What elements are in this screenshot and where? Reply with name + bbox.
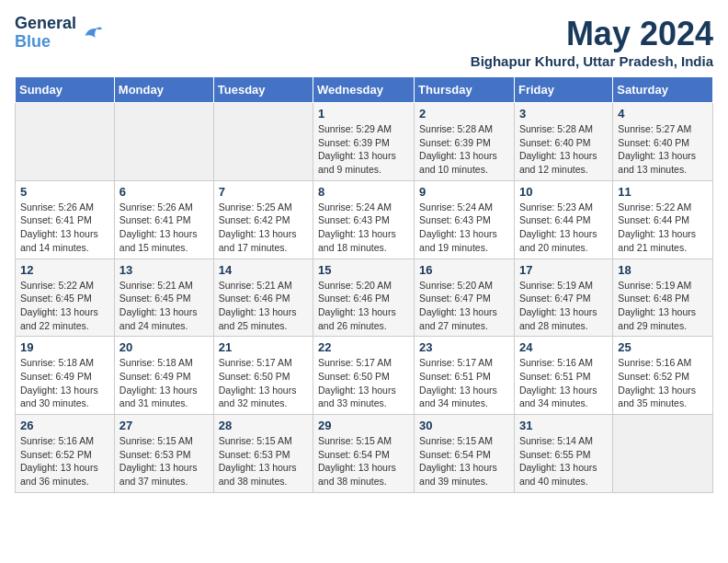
day-number: 29 (318, 419, 409, 432)
table-row: 18Sunrise: 5:19 AMSunset: 6:48 PMDayligh… (613, 259, 713, 337)
day-number: 31 (519, 419, 608, 432)
header-tuesday: Tuesday (213, 77, 313, 103)
day-number: 20 (119, 340, 209, 354)
table-row: 17Sunrise: 5:19 AMSunset: 6:47 PMDayligh… (514, 259, 612, 337)
table-row: 31Sunrise: 5:14 AMSunset: 6:55 PMDayligh… (514, 415, 612, 493)
day-info: Sunrise: 5:17 AMSunset: 6:50 PMDaylight:… (219, 357, 297, 408)
table-row: 27Sunrise: 5:15 AMSunset: 6:53 PMDayligh… (114, 415, 213, 493)
header-wednesday: Wednesday (313, 77, 415, 103)
day-number: 5 (20, 185, 109, 199)
day-info: Sunrise: 5:22 AMSunset: 6:45 PMDaylight:… (20, 280, 98, 331)
day-number: 6 (119, 185, 209, 199)
calendar-week-row: 26Sunrise: 5:16 AMSunset: 6:52 PMDayligh… (16, 415, 713, 493)
day-info: Sunrise: 5:19 AMSunset: 6:48 PMDaylight:… (618, 280, 696, 331)
day-number: 12 (20, 263, 109, 277)
month-year-title: May 2024 (471, 15, 713, 53)
header-friday: Friday (514, 77, 612, 103)
day-info: Sunrise: 5:29 AMSunset: 6:39 PMDaylight:… (318, 123, 396, 175)
day-info: Sunrise: 5:19 AMSunset: 6:47 PMDaylight:… (519, 280, 597, 331)
day-info: Sunrise: 5:28 AMSunset: 6:39 PMDaylight:… (419, 123, 497, 175)
table-row: 21Sunrise: 5:17 AMSunset: 6:50 PMDayligh… (213, 337, 313, 415)
title-section: May 2024 Bighapur Khurd, Uttar Pradesh, … (471, 15, 713, 69)
table-row: 10Sunrise: 5:23 AMSunset: 6:44 PMDayligh… (514, 180, 612, 259)
day-info: Sunrise: 5:16 AMSunset: 6:52 PMDaylight:… (618, 357, 696, 408)
day-info: Sunrise: 5:20 AMSunset: 6:47 PMDaylight:… (419, 280, 497, 331)
day-number: 4 (618, 107, 708, 121)
table-row: 28Sunrise: 5:15 AMSunset: 6:53 PMDayligh… (213, 415, 313, 493)
logo-general-text: General (15, 15, 76, 33)
calendar-table: Sunday Monday Tuesday Wednesday Thursday… (15, 76, 713, 493)
day-number: 18 (618, 263, 708, 277)
day-number: 15 (318, 263, 409, 277)
table-row: 16Sunrise: 5:20 AMSunset: 6:47 PMDayligh… (415, 259, 515, 337)
table-row: 20Sunrise: 5:18 AMSunset: 6:49 PMDayligh… (114, 337, 213, 415)
table-row: 7Sunrise: 5:25 AMSunset: 6:42 PMDaylight… (213, 180, 313, 259)
day-info: Sunrise: 5:27 AMSunset: 6:40 PMDaylight:… (618, 123, 696, 175)
table-row (16, 103, 115, 181)
weekday-header-row: Sunday Monday Tuesday Wednesday Thursday… (16, 77, 713, 103)
table-row (613, 415, 713, 493)
day-info: Sunrise: 5:28 AMSunset: 6:40 PMDaylight:… (519, 123, 597, 175)
day-number: 7 (219, 185, 308, 199)
calendar-week-row: 12Sunrise: 5:22 AMSunset: 6:45 PMDayligh… (16, 259, 713, 337)
day-number: 22 (318, 340, 409, 354)
logo: General Blue (15, 15, 104, 52)
table-row: 25Sunrise: 5:16 AMSunset: 6:52 PMDayligh… (613, 337, 713, 415)
day-info: Sunrise: 5:26 AMSunset: 6:41 PMDaylight:… (119, 201, 198, 253)
day-info: Sunrise: 5:16 AMSunset: 6:51 PMDaylight:… (519, 357, 597, 408)
day-number: 10 (519, 185, 608, 199)
day-info: Sunrise: 5:18 AMSunset: 6:49 PMDaylight:… (20, 357, 98, 408)
table-row (114, 103, 213, 181)
day-info: Sunrise: 5:15 AMSunset: 6:54 PMDaylight:… (318, 435, 396, 487)
day-info: Sunrise: 5:16 AMSunset: 6:52 PMDaylight:… (20, 435, 98, 487)
day-number: 27 (119, 419, 209, 432)
day-info: Sunrise: 5:15 AMSunset: 6:53 PMDaylight:… (219, 435, 297, 487)
table-row: 19Sunrise: 5:18 AMSunset: 6:49 PMDayligh… (16, 337, 115, 415)
table-row: 12Sunrise: 5:22 AMSunset: 6:45 PMDayligh… (16, 259, 115, 337)
day-number: 28 (219, 419, 308, 432)
day-number: 23 (419, 340, 509, 354)
table-row: 5Sunrise: 5:26 AMSunset: 6:41 PMDaylight… (16, 180, 115, 259)
calendar-week-row: 1Sunrise: 5:29 AMSunset: 6:39 PMDaylight… (16, 103, 713, 181)
table-row: 22Sunrise: 5:17 AMSunset: 6:50 PMDayligh… (313, 337, 415, 415)
table-row: 15Sunrise: 5:20 AMSunset: 6:46 PMDayligh… (313, 259, 415, 337)
day-number: 2 (419, 107, 509, 121)
table-row: 4Sunrise: 5:27 AMSunset: 6:40 PMDaylight… (613, 103, 713, 181)
table-row: 9Sunrise: 5:24 AMSunset: 6:43 PMDaylight… (415, 180, 515, 259)
day-number: 21 (219, 340, 308, 354)
day-info: Sunrise: 5:23 AMSunset: 6:44 PMDaylight:… (519, 201, 597, 253)
logo-bird-icon (78, 20, 104, 46)
day-info: Sunrise: 5:17 AMSunset: 6:50 PMDaylight:… (318, 357, 396, 408)
day-number: 16 (419, 263, 509, 277)
day-info: Sunrise: 5:26 AMSunset: 6:41 PMDaylight:… (20, 201, 98, 253)
day-info: Sunrise: 5:14 AMSunset: 6:55 PMDaylight:… (519, 435, 597, 487)
day-number: 26 (20, 419, 109, 432)
day-info: Sunrise: 5:25 AMSunset: 6:42 PMDaylight:… (219, 201, 297, 253)
table-row: 8Sunrise: 5:24 AMSunset: 6:43 PMDaylight… (313, 180, 415, 259)
header-thursday: Thursday (415, 77, 515, 103)
table-row: 23Sunrise: 5:17 AMSunset: 6:51 PMDayligh… (415, 337, 515, 415)
day-info: Sunrise: 5:22 AMSunset: 6:44 PMDaylight:… (618, 201, 696, 253)
table-row: 6Sunrise: 5:26 AMSunset: 6:41 PMDaylight… (114, 180, 213, 259)
table-row: 3Sunrise: 5:28 AMSunset: 6:40 PMDaylight… (514, 103, 612, 181)
day-number: 25 (618, 340, 708, 354)
header-sunday: Sunday (16, 77, 115, 103)
table-row: 26Sunrise: 5:16 AMSunset: 6:52 PMDayligh… (16, 415, 115, 493)
table-row: 1Sunrise: 5:29 AMSunset: 6:39 PMDaylight… (313, 103, 415, 181)
day-number: 9 (419, 185, 509, 199)
table-row: 24Sunrise: 5:16 AMSunset: 6:51 PMDayligh… (514, 337, 612, 415)
logo-blue-text: Blue (15, 33, 76, 52)
table-row: 11Sunrise: 5:22 AMSunset: 6:44 PMDayligh… (613, 180, 713, 259)
day-info: Sunrise: 5:17 AMSunset: 6:51 PMDaylight:… (419, 357, 497, 408)
day-number: 30 (419, 419, 509, 432)
header-saturday: Saturday (613, 77, 713, 103)
day-info: Sunrise: 5:21 AMSunset: 6:46 PMDaylight:… (219, 280, 297, 331)
table-row: 13Sunrise: 5:21 AMSunset: 6:45 PMDayligh… (114, 259, 213, 337)
calendar-week-row: 5Sunrise: 5:26 AMSunset: 6:41 PMDaylight… (16, 180, 713, 259)
day-number: 11 (618, 185, 708, 199)
day-info: Sunrise: 5:21 AMSunset: 6:45 PMDaylight:… (119, 280, 198, 331)
table-row: 30Sunrise: 5:15 AMSunset: 6:54 PMDayligh… (415, 415, 515, 493)
day-info: Sunrise: 5:20 AMSunset: 6:46 PMDaylight:… (318, 280, 396, 331)
day-number: 1 (318, 107, 409, 121)
day-info: Sunrise: 5:24 AMSunset: 6:43 PMDaylight:… (419, 201, 497, 253)
